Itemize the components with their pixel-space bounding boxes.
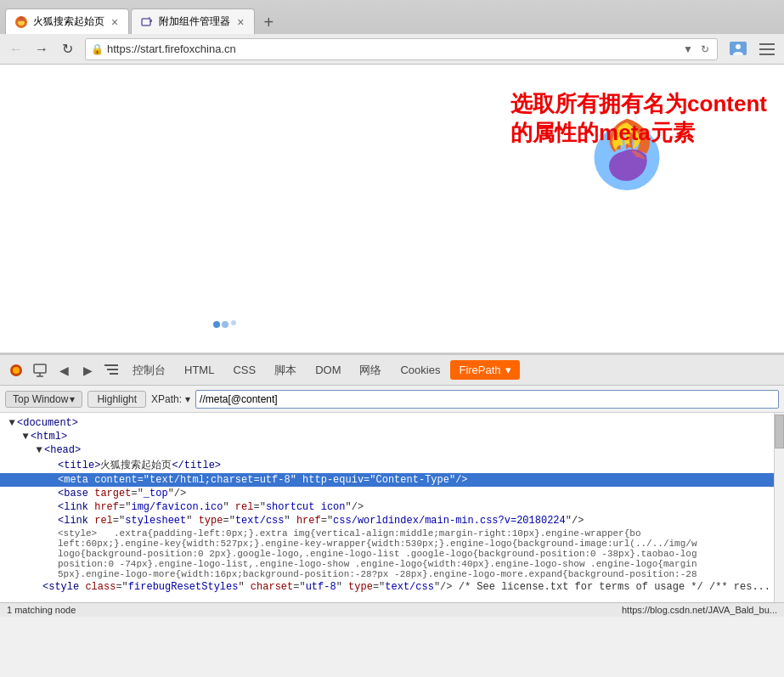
- nav-bar: ← → ↻ 🔒 https://start.firefoxchina.cn ▼ …: [0, 34, 784, 65]
- tree-tag-meta-open: <: [58, 474, 64, 486]
- tree-toggle-document[interactable]: ▼: [7, 417, 17, 429]
- tab-title-addons: 附加组件管理器: [159, 14, 230, 29]
- tree-text-title: 火狐搜索起始页: [100, 458, 172, 472]
- devtools-firebug-icon[interactable]: [5, 359, 27, 381]
- devtools-tab-html[interactable]: HTML: [176, 360, 223, 380]
- firefox-logo: [580, 107, 674, 203]
- tab-favicon-addons: [140, 15, 154, 29]
- svg-rect-15: [34, 364, 46, 373]
- tab-firefox-homepage[interactable]: 火狐搜索起始页 ×: [5, 8, 129, 34]
- devtools-tab-firepath[interactable]: FirePath ▾: [450, 360, 520, 380]
- tree-tag-head: <head>: [44, 444, 81, 456]
- tree-attr-httpequiv-name: http-equiv: [302, 474, 364, 486]
- svg-rect-6: [759, 43, 775, 45]
- devtools-tab-cookies[interactable]: Cookies: [392, 360, 448, 380]
- tree-node-meta[interactable]: < meta content =" text/html;charset=utf-…: [0, 473, 774, 487]
- devtools-secondary-toolbar: Top Window ▾ Highlight XPath: ▾: [0, 386, 784, 413]
- tree-toggle-meta: [48, 474, 58, 486]
- forward-button[interactable]: →: [31, 38, 53, 60]
- devtools-back-icon[interactable]: ◀: [53, 359, 75, 381]
- tab-bar: 火狐搜索起始页 × 附加组件管理器 × +: [0, 0, 784, 34]
- tree-node-document[interactable]: ▼ <document>: [0, 416, 774, 430]
- svg-rect-2: [142, 19, 150, 25]
- xpath-input[interactable]: [195, 390, 779, 409]
- address-actions: ▼ ↻: [680, 42, 712, 56]
- tree-tag-html: <html>: [31, 431, 67, 443]
- devtools-scrollbar[interactable]: [774, 413, 784, 602]
- svg-rect-3: [149, 20, 152, 22]
- svg-point-10: [213, 321, 220, 328]
- devtools-tab-console[interactable]: 控制台: [124, 359, 174, 381]
- tree-attr-httpequiv-val: Content-Type: [376, 474, 449, 486]
- tree-css-content: <style> .extra{padding-left:0px;}.extra …: [58, 528, 697, 579]
- xpath-dropdown-icon[interactable]: ▾: [185, 393, 190, 405]
- svg-rect-18: [104, 364, 118, 366]
- tree-node-style-firebug[interactable]: < style class =" firebugResetStyles " ch…: [0, 580, 774, 594]
- tree-tag-title: <title>: [58, 460, 100, 471]
- devtools-panel: ◀ ▶ 控制台 HTML CSS 脚本 DOM 网络 Cookies FireP…: [0, 353, 784, 617]
- tree-node-head[interactable]: ▼ <head>: [0, 443, 774, 457]
- menu-button[interactable]: [755, 37, 779, 61]
- svg-rect-19: [107, 369, 118, 370]
- browser-content: 选取所有拥有名为content 的属性的meta元素: [0, 65, 784, 353]
- scrollbar-thumb[interactable]: [775, 415, 784, 449]
- svg-point-11: [222, 321, 228, 328]
- page-decoration: [212, 316, 246, 336]
- tab-close-firefox[interactable]: ×: [110, 15, 120, 29]
- top-window-chevron: ▾: [70, 393, 75, 405]
- tab-addons-manager[interactable]: 附加组件管理器 ×: [131, 8, 255, 34]
- tree-node-style1[interactable]: <style> .extra{padding-left:0px;}.extra …: [0, 527, 774, 580]
- bookmark-star-icon[interactable]: ▼: [680, 42, 696, 56]
- svg-point-14: [13, 367, 20, 374]
- devtools-status-bar: 1 matching node https://blog.csdn.net/JA…: [0, 602, 784, 617]
- avatar-button[interactable]: [726, 37, 750, 61]
- tree-node-base[interactable]: < base target =" _top "/>: [0, 487, 774, 500]
- devtools-tree[interactable]: ▼ <document> ▼ <html> ▼ <head>: [0, 413, 774, 602]
- devtools-forward-icon[interactable]: ▶: [76, 359, 99, 381]
- new-tab-button[interactable]: +: [257, 10, 280, 34]
- devtools-toolbar: ◀ ▶ 控制台 HTML CSS 脚本 DOM 网络 Cookies FireP…: [0, 355, 784, 386]
- devtools-expand-icon[interactable]: [100, 359, 122, 381]
- browser-window: 火狐搜索起始页 × 附加组件管理器 × + ← → ↻ 🔒 https://st…: [0, 0, 784, 617]
- svg-point-5: [736, 44, 741, 49]
- svg-rect-20: [110, 373, 118, 375]
- top-window-label: Top Window: [13, 393, 68, 405]
- devtools-tree-content: ▼ <document> ▼ <html> ▼ <head>: [0, 413, 784, 602]
- tree-toggle-head[interactable]: ▼: [34, 444, 44, 456]
- xpath-label: XPath: ▾: [151, 393, 190, 405]
- devtools-tab-script[interactable]: 脚本: [266, 359, 305, 381]
- refresh-addr-icon[interactable]: ↻: [698, 42, 712, 56]
- tree-attr-content-name: content: [94, 474, 137, 486]
- svg-point-12: [231, 320, 236, 325]
- status-url: https://blog.csdn.net/JAVA_Bald_bu...: [622, 605, 777, 615]
- devtools-tab-css[interactable]: CSS: [224, 360, 264, 380]
- back-button[interactable]: ←: [5, 38, 27, 60]
- address-text: https://start.firefoxchina.cn: [107, 42, 680, 55]
- tree-toggle-html[interactable]: ▼: [20, 431, 31, 443]
- tab-favicon-firefox: [14, 15, 28, 29]
- status-matching-nodes: 1 matching node: [7, 605, 76, 615]
- highlight-button[interactable]: Highlight: [87, 391, 146, 408]
- devtools-inspect-icon[interactable]: [29, 359, 51, 381]
- top-window-dropdown[interactable]: Top Window ▾: [5, 391, 82, 408]
- tab-close-addons[interactable]: ×: [235, 15, 245, 29]
- tree-tag-document: <document>: [17, 417, 78, 429]
- tree-node-title[interactable]: <title> 火狐搜索起始页 </title>: [0, 457, 774, 473]
- devtools-tab-dom[interactable]: DOM: [307, 360, 349, 380]
- tree-node-html[interactable]: ▼ <html>: [0, 430, 774, 443]
- svg-rect-7: [759, 48, 775, 50]
- reload-button[interactable]: ↻: [56, 38, 78, 60]
- tree-tagname-meta: meta: [64, 474, 88, 486]
- tree-node-link-favicon[interactable]: < link href =" img/favicon.ico " rel =" …: [0, 500, 774, 514]
- tab-title-firefox: 火狐搜索起始页: [33, 14, 104, 29]
- address-bar[interactable]: 🔒 https://start.firefoxchina.cn ▼ ↻: [85, 38, 718, 60]
- tree-toggle-title: [48, 460, 58, 471]
- tree-node-link-css[interactable]: < link rel =" stylesheet " type =" text/…: [0, 514, 774, 527]
- devtools-tab-network[interactable]: 网络: [351, 359, 390, 381]
- lock-icon: 🔒: [91, 43, 104, 55]
- tree-attr-content-val: text/html;charset=utf-8: [149, 474, 290, 486]
- svg-rect-8: [759, 54, 775, 55]
